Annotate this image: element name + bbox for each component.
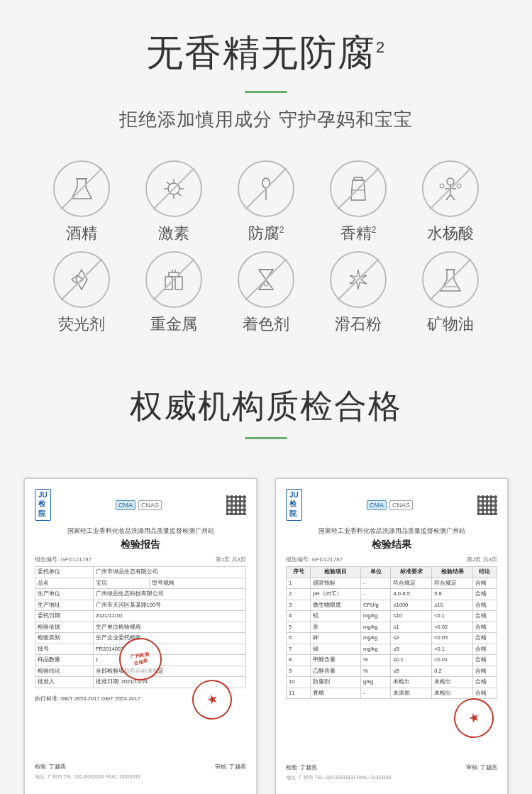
- icon-item-hormone: 激素: [128, 160, 220, 244]
- svg-line-8: [177, 182, 181, 185]
- icon-label-hormone: 激素: [158, 223, 189, 244]
- icon-circle-fragrance: [330, 160, 387, 217]
- cert1-sign-row: 检验: 丁越燕 审核: 丁越燕: [35, 763, 246, 771]
- cert2-header: JU检院 CMA CNAS: [286, 489, 497, 521]
- icon-circle-heavymetal: [145, 251, 202, 308]
- cert2-report-no: 报告编号: GFD121787: [286, 556, 343, 563]
- icon-circle-hormone: [145, 160, 202, 217]
- icon-item-talcum: 滑石粉: [312, 251, 404, 335]
- icon-label-mineraloil: 矿物油: [427, 314, 474, 335]
- preservative-icon: [250, 173, 282, 204]
- cert1-header: JU检院 CMA CNAS: [35, 489, 246, 521]
- icon-item-colorant: 着色剂: [220, 251, 312, 335]
- svg-line-17: [446, 194, 450, 200]
- cert1-report-no: 报告编号: GFD121787: [35, 556, 92, 563]
- icon-label-heavymetal: 重金属: [150, 314, 197, 335]
- svg-line-7: [177, 192, 181, 196]
- cert-frame-1: JU检院 CMA CNAS 国家轻工业香料化妆品洗涤用品质量监督检测广州站 检验…: [23, 478, 257, 794]
- icon-label-preservative: 防腐2: [248, 223, 284, 244]
- cert2-sign-row: 检验: 丁越燕 审核: 丁越燕: [286, 764, 497, 771]
- cert2-page-no: 第2页 共3页: [467, 556, 497, 563]
- authority-section: 权威机构质检合格: [0, 363, 532, 461]
- icons-grid: 酒精 激素: [14, 160, 518, 335]
- svg-point-19: [440, 184, 444, 188]
- authority-title: 权威机构质检合格: [14, 385, 518, 429]
- cert1-footer: 地址: 广州市 TEL: 020-33333333 FAXL: 33333333: [35, 773, 246, 781]
- svg-marker-21: [76, 270, 87, 290]
- icon-item-mineraloil: 矿物油: [404, 251, 497, 335]
- cert2-badges: CMA CNAS: [367, 500, 413, 510]
- icon-circle-preservative: [238, 160, 294, 217]
- svg-rect-23: [165, 277, 172, 290]
- icon-circle-talcum: [330, 251, 387, 308]
- main-title: 无香精无防腐2: [146, 28, 386, 78]
- cert2-cma-badge: CMA: [367, 500, 387, 510]
- cert1-number-row: 报告编号: GFD121787 第1页 共3页: [35, 556, 246, 563]
- authority-divider: [245, 437, 287, 439]
- cert2-qr: [477, 495, 497, 515]
- svg-point-30: [264, 282, 268, 286]
- cert-frame-2: JU检院 CMA CNAS 国家轻工业香料化妆品洗涤用品质量监督检测广州站 检验…: [275, 478, 509, 794]
- mineraloil-icon: [435, 264, 466, 295]
- green-divider: [245, 91, 287, 93]
- icon-item-alcohol: 酒精: [35, 160, 128, 244]
- icon-label-talcum: 滑石粉: [335, 314, 382, 335]
- svg-rect-25: [169, 272, 179, 277]
- fragrance-icon: [343, 173, 374, 204]
- cert1-badges: CMA CNAS: [116, 500, 162, 510]
- svg-line-6: [167, 182, 170, 185]
- subtitle: 拒绝添加慎用成分 守护孕妈和宝宝: [14, 107, 518, 132]
- cert1-qr: [226, 495, 246, 515]
- cert2-number-row: 报告编号: GFD121787 第2页 共3页: [286, 556, 497, 563]
- page-wrapper: 无香精无防腐2 拒绝添加慎用成分 守护孕妈和宝宝 酒精: [0, 0, 532, 794]
- icon-item-salicylicacid: 水杨酸: [404, 160, 497, 244]
- hormone-icon: [158, 173, 189, 204]
- icon-item-fragrance: 香精2: [312, 160, 404, 244]
- icon-label-colorant: 着色剂: [243, 314, 289, 335]
- svg-point-10: [262, 178, 270, 188]
- icon-item-preservative: 防腐2: [220, 160, 312, 244]
- cert1-cnas-badge: CNAS: [138, 500, 162, 510]
- cert1-logo: JU检院: [35, 489, 51, 521]
- cert1-inner: 委托单位广州市绿品生态有限公司 品名宝贝型号规格 生产单位广州绿品生态科技有限公…: [35, 566, 246, 793]
- svg-line-18: [450, 194, 455, 200]
- cert1-sign-label: 检验: 丁越燕: [35, 763, 66, 771]
- main-title-sup: 2: [376, 38, 386, 56]
- svg-point-14: [447, 178, 454, 185]
- salicylicacid-icon: [435, 173, 466, 204]
- cert1-type: 检验报告: [35, 539, 246, 551]
- icon-label-fragrance: 香精2: [340, 223, 377, 244]
- cert1-cma-badge: CMA: [116, 500, 135, 510]
- talcum-icon: [343, 264, 374, 295]
- svg-rect-24: [175, 277, 182, 290]
- cert2-sign-label2: 审核: 丁越燕: [466, 764, 497, 771]
- cert2-sign-label: 检验: 丁越燕: [286, 764, 317, 771]
- cert2-footer: 地址: 广州市 TEL: 020-33333333 FAXL: 33333333: [286, 774, 497, 781]
- cert2-cnas-badge: CNAS: [389, 500, 413, 510]
- alcohol-icon: [66, 173, 97, 204]
- colorant-icon: [250, 264, 282, 295]
- cert2-type: 检验结果: [286, 539, 497, 551]
- icon-circle-alcohol: [53, 160, 110, 217]
- icon-circle-fluorescent: [53, 251, 110, 308]
- top-section: 无香精无防腐2 拒绝添加慎用成分 守护孕妈和宝宝 酒精: [0, 0, 532, 363]
- certs-container: JU检院 CMA CNAS 国家轻工业香料化妆品洗涤用品质量监督检测广州站 检验…: [0, 461, 532, 794]
- icon-circle-mineraloil: [422, 251, 479, 308]
- icon-label-salicylicacid: 水杨酸: [427, 223, 474, 244]
- cert2-star-stamp: ★: [448, 693, 499, 744]
- cert2-org: 国家轻工业香料化妆品洗涤用品质量监督检测广州站: [286, 526, 497, 536]
- cert2-inner: 序号 检验项目 单位 标准要求 检验结果 结论 1感官指标-符合规定符合规定合格…: [286, 566, 497, 793]
- cert2-table: 序号 检验项目 单位 标准要求 检验结果 结论 1感官指标-符合规定符合规定合格…: [286, 566, 497, 699]
- main-title-text: 无香精无防腐: [146, 32, 376, 73]
- icon-circle-colorant: [238, 251, 294, 308]
- icon-item-fluorescent: 荧光剂: [35, 251, 128, 335]
- svg-point-20: [457, 184, 461, 188]
- cert1-org: 国家轻工业香料化妆品洗涤用品质量监督检测广州站: [35, 526, 246, 536]
- cert1-page-no: 第1页 共3页: [216, 556, 246, 563]
- icon-label-alcohol: 酒精: [66, 223, 97, 244]
- cert2-logo: JU检院: [286, 489, 302, 521]
- svg-line-9: [167, 192, 170, 196]
- icon-item-heavymetal: 重金属: [128, 251, 220, 335]
- cert1-sign-label2: 审核: 丁越燕: [215, 763, 246, 771]
- icon-label-fluorescent: 荧光剂: [58, 314, 105, 335]
